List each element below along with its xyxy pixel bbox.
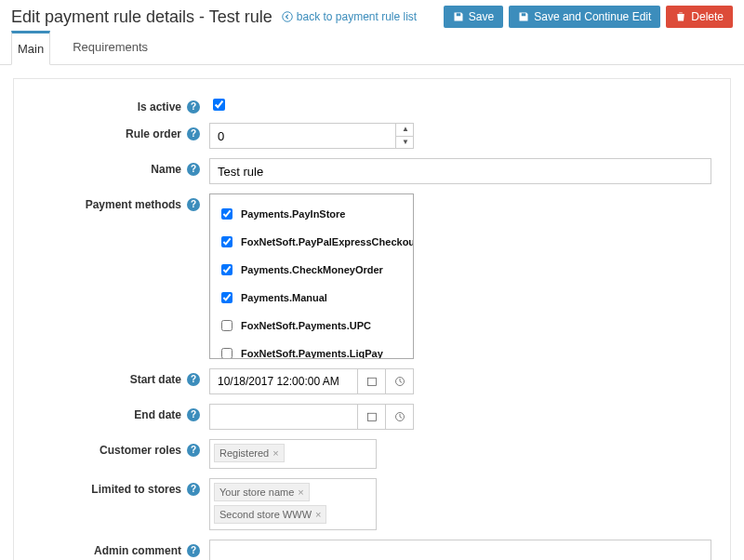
payment-method-item[interactable]: FoxNetSoft.Payments.LiqPay bbox=[218, 345, 405, 359]
limited-to-stores-tags[interactable]: Your store name× Second store WWW× bbox=[209, 478, 377, 530]
help-icon[interactable]: ? bbox=[187, 127, 200, 140]
payment-methods-listbox[interactable]: Payments.PayInStore FoxNetSoft.PayPalExp… bbox=[209, 193, 414, 359]
save-button[interactable]: Save bbox=[444, 6, 503, 28]
start-date-clock-button[interactable] bbox=[386, 368, 414, 394]
payment-method-checkbox[interactable] bbox=[221, 320, 232, 331]
payment-methods-label: Payment methods ? bbox=[33, 193, 209, 211]
arrow-left-circle-icon bbox=[282, 11, 293, 22]
help-icon[interactable]: ? bbox=[187, 373, 200, 386]
tag-remove-icon[interactable]: × bbox=[298, 487, 303, 498]
customer-roles-tags[interactable]: Registered× bbox=[209, 439, 377, 469]
is-active-label: Is active ? bbox=[33, 96, 209, 113]
limited-to-stores-label: Limited to stores ? bbox=[33, 478, 209, 496]
tag-remove-icon[interactable]: × bbox=[315, 509, 321, 520]
end-date-label: End date ? bbox=[33, 404, 209, 421]
page-header: Edit payment rule details - Test rule ba… bbox=[0, 0, 744, 32]
help-icon[interactable]: ? bbox=[187, 163, 200, 176]
payment-method-checkbox[interactable] bbox=[221, 264, 232, 275]
tabs: Main Requirements bbox=[0, 32, 744, 65]
svg-point-0 bbox=[283, 11, 293, 21]
payment-method-label: FoxNetSoft.PayPalExpressCheckout bbox=[241, 236, 414, 247]
payment-method-item[interactable]: Payments.CheckMoneyOrder bbox=[218, 261, 405, 278]
payment-method-label: FoxNetSoft.Payments.LiqPay bbox=[241, 348, 383, 359]
page-title: Edit payment rule details - Test rule bbox=[11, 7, 272, 27]
rule-order-down[interactable]: ▼ bbox=[396, 137, 413, 149]
rule-order-input[interactable] bbox=[209, 123, 396, 149]
payment-method-item[interactable]: Payments.PayInStore bbox=[218, 206, 405, 222]
save-continue-button[interactable]: Save and Continue Edit bbox=[509, 6, 660, 28]
delete-button[interactable]: Delete bbox=[666, 6, 733, 28]
back-link[interactable]: back to payment rule list bbox=[282, 10, 417, 23]
start-date-group bbox=[209, 368, 414, 394]
payment-method-label: Payments.Manual bbox=[241, 292, 327, 303]
tab-requirements[interactable]: Requirements bbox=[67, 32, 153, 64]
payment-method-label: FoxNetSoft.Payments.UPC bbox=[241, 320, 371, 331]
tag-label: Registered bbox=[219, 447, 269, 459]
rule-order-label: Rule order ? bbox=[33, 123, 209, 140]
start-date-calendar-button[interactable] bbox=[358, 368, 386, 394]
clock-icon bbox=[394, 376, 405, 387]
end-date-input[interactable] bbox=[209, 404, 358, 430]
tag-label: Your store name bbox=[219, 487, 294, 498]
rule-order-stepper: ▲ ▼ bbox=[209, 123, 414, 149]
payment-method-item[interactable]: FoxNetSoft.PayPalExpressCheckout bbox=[218, 233, 405, 250]
payment-method-label: Payments.PayInStore bbox=[241, 208, 346, 220]
payment-method-checkbox[interactable] bbox=[221, 208, 232, 220]
page-title-name: Test rule bbox=[209, 7, 272, 26]
payment-method-label: Payments.CheckMoneyOrder bbox=[241, 264, 383, 275]
back-link-label: back to payment rule list bbox=[297, 10, 417, 23]
tag: Registered× bbox=[214, 444, 285, 462]
help-icon[interactable]: ? bbox=[187, 483, 200, 496]
help-icon[interactable]: ? bbox=[187, 100, 200, 113]
clock-icon bbox=[394, 411, 405, 422]
delete-button-label: Delete bbox=[691, 10, 724, 23]
main-panel: Is active ? Rule order ? ▲ ▼ Name ? bbox=[13, 78, 731, 560]
end-date-calendar-button[interactable] bbox=[358, 404, 386, 430]
svg-rect-1 bbox=[367, 378, 376, 385]
help-icon[interactable]: ? bbox=[187, 198, 200, 211]
is-active-checkbox[interactable] bbox=[213, 99, 225, 111]
calendar-icon bbox=[366, 376, 378, 387]
payment-method-item[interactable]: FoxNetSoft.Payments.UPC bbox=[218, 317, 405, 334]
payment-method-item[interactable]: Payments.Manual bbox=[218, 289, 405, 306]
page-title-prefix: Edit payment rule details - bbox=[11, 7, 209, 26]
admin-comment-textarea[interactable] bbox=[209, 540, 711, 560]
tag-label: Second store WWW bbox=[219, 509, 312, 520]
end-date-group bbox=[209, 404, 414, 430]
help-icon[interactable]: ? bbox=[187, 544, 200, 557]
calendar-icon bbox=[366, 411, 378, 422]
help-icon[interactable]: ? bbox=[187, 408, 200, 421]
help-icon[interactable]: ? bbox=[187, 444, 200, 457]
tag: Your store name× bbox=[214, 483, 310, 501]
save-icon bbox=[518, 11, 529, 22]
save-button-label: Save bbox=[469, 10, 494, 23]
payment-method-checkbox[interactable] bbox=[221, 236, 232, 247]
trash-icon bbox=[675, 11, 686, 22]
start-date-label: Start date ? bbox=[33, 368, 209, 386]
tag: Second store WWW× bbox=[214, 505, 326, 524]
save-icon bbox=[453, 11, 464, 22]
payment-method-checkbox[interactable] bbox=[221, 292, 232, 303]
rule-order-up[interactable]: ▲ bbox=[396, 124, 413, 137]
payment-method-checkbox[interactable] bbox=[221, 348, 232, 359]
save-continue-button-label: Save and Continue Edit bbox=[534, 10, 651, 23]
svg-rect-3 bbox=[367, 413, 376, 420]
end-date-clock-button[interactable] bbox=[386, 404, 414, 430]
start-date-input[interactable] bbox=[209, 368, 358, 394]
tab-main[interactable]: Main bbox=[11, 31, 50, 65]
tag-remove-icon[interactable]: × bbox=[272, 447, 278, 459]
name-label: Name ? bbox=[33, 158, 209, 176]
customer-roles-label: Customer roles ? bbox=[33, 439, 209, 457]
name-input[interactable] bbox=[209, 158, 711, 184]
admin-comment-label: Admin comment ? bbox=[33, 540, 209, 557]
action-buttons: Save Save and Continue Edit Delete bbox=[444, 6, 733, 28]
